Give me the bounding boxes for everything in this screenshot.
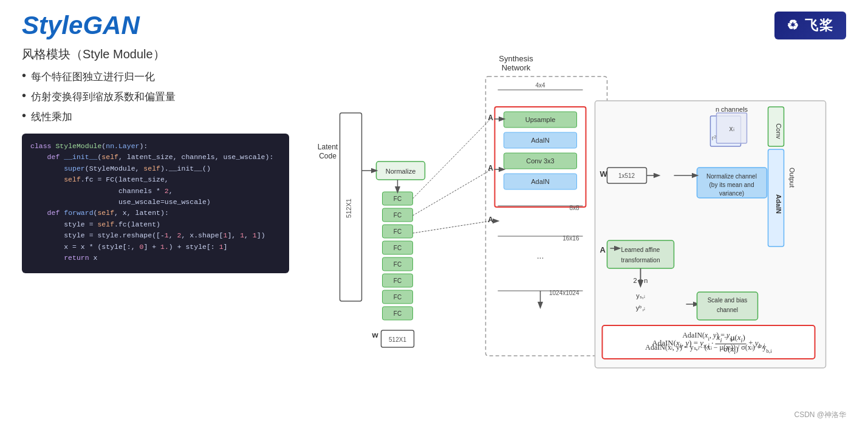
svg-text:FC: FC	[394, 261, 402, 268]
svg-text:A: A	[488, 164, 493, 172]
svg-text:AdaIN: AdaIN	[531, 178, 550, 185]
svg-text:...: ...	[537, 251, 544, 260]
svg-text:Code: Code	[319, 152, 337, 160]
header: StyleGAN ♻ 飞桨	[0, 0, 868, 40]
svg-text:(by its mean and: (by its mean and	[709, 182, 754, 188]
bullet-item-2: 仿射变换得到缩放系数和偏置量	[22, 90, 283, 104]
bullet-item-1: 每个特征图独立进行归一化	[22, 70, 283, 84]
svg-text:r²: r²	[712, 134, 717, 141]
left-panel: 风格模块（Style Module） 每个特征图独立进行归一化 仿射变换得到缩放…	[22, 46, 283, 398]
section-title: 风格模块（Style Module）	[22, 46, 283, 63]
svg-text:channel: channel	[717, 307, 738, 313]
svg-text:xᵢ: xᵢ	[730, 124, 734, 133]
svg-text:512X1: 512X1	[389, 336, 406, 343]
svg-text:Learned affine: Learned affine	[621, 246, 660, 253]
page-title: StyleGAN	[22, 11, 140, 40]
svg-text:Normalize channel: Normalize channel	[706, 173, 757, 180]
svg-text:FC: FC	[394, 228, 402, 235]
svg-text:Upsample: Upsample	[525, 116, 556, 123]
svg-text:FC: FC	[394, 245, 402, 251]
svg-rect-61	[607, 240, 674, 268]
bullet-item-3: 线性乘加	[22, 110, 283, 124]
svg-text:n channels: n channels	[716, 106, 748, 113]
svg-rect-71	[697, 292, 758, 320]
svg-text:Output: Output	[788, 168, 796, 188]
svg-text:Latent: Latent	[318, 143, 338, 151]
diagram-area: Synthesis Network Latent Code 512X1 Norm…	[295, 46, 846, 398]
svg-text:Normalize: Normalize	[386, 168, 416, 175]
svg-text:A: A	[488, 114, 493, 122]
logo: ♻ 飞桨	[774, 12, 846, 39]
code-block: class StyleModule(nn.Layer): def __init_…	[22, 134, 289, 273]
main-content: 风格模块（Style Module） 每个特征图独立进行归一化 仿射变换得到缩放…	[0, 40, 868, 398]
svg-text:FC: FC	[394, 310, 402, 317]
svg-line-95	[413, 221, 491, 233]
svg-text:Conv: Conv	[775, 123, 782, 139]
svg-text:AdaIN: AdaIN	[531, 137, 550, 144]
svg-text:FC: FC	[394, 212, 402, 219]
svg-text:Synthesis: Synthesis	[499, 54, 533, 63]
svg-text:yᵇ,ᵢ: yᵇ,ᵢ	[636, 304, 646, 311]
svg-text:Scale and bias: Scale and bias	[708, 297, 748, 304]
svg-text:A: A	[488, 216, 493, 224]
svg-text:Network: Network	[502, 63, 531, 72]
svg-text:w: w	[371, 330, 378, 339]
footer-credit: CSDN @神洛华	[794, 410, 846, 420]
svg-text:4x4: 4x4	[535, 82, 545, 89]
svg-text:FC: FC	[394, 195, 402, 202]
svg-text:variance): variance)	[719, 190, 744, 197]
architecture-diagram: Synthesis Network Latent Code 512X1 Norm…	[295, 46, 846, 398]
svg-text:AdaIN: AdaIN	[775, 194, 782, 214]
svg-text:W: W	[600, 169, 608, 178]
svg-line-93	[413, 119, 491, 199]
svg-text:1x512: 1x512	[618, 172, 635, 179]
svg-text:FC: FC	[394, 294, 402, 301]
svg-text:yₛ,ᵢ: yₛ,ᵢ	[636, 292, 645, 299]
svg-text:Conv 3x3: Conv 3x3	[526, 157, 554, 165]
bullet-list: 每个特征图独立进行归一化 仿射变换得到缩放系数和偏置量 线性乘加	[22, 70, 283, 124]
svg-text:transformation: transformation	[621, 257, 660, 264]
logo-text: ♻ 飞桨	[787, 16, 834, 35]
svg-text:FC: FC	[394, 277, 402, 284]
svg-text:A: A	[600, 245, 606, 254]
svg-text:512X1: 512X1	[345, 199, 352, 218]
